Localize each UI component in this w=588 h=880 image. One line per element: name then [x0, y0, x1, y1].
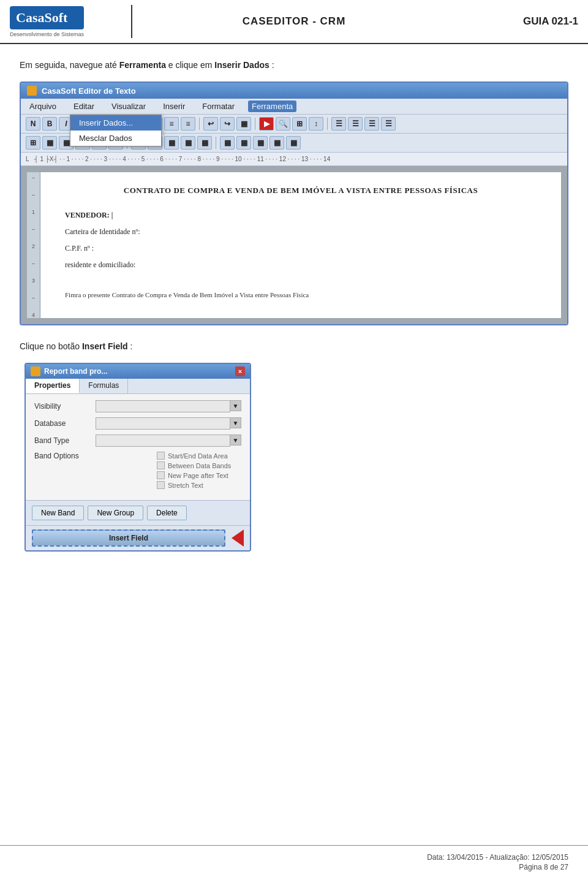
editor-window: CasaSoft Editor de Texto Arquivo Editar …: [20, 82, 568, 325]
intro-after: :: [272, 60, 274, 70]
footer-page: Página 8 de 27: [20, 863, 568, 871]
dropdown-menu: Inserir Dados... Mesclar Dados: [70, 115, 162, 146]
cb-between-box[interactable]: [157, 461, 165, 469]
intro-text: Em seguida, navegue até Ferramenta e cli…: [20, 59, 568, 72]
tb2-g4[interactable]: ▦: [181, 136, 195, 150]
tb2-sep2: [216, 137, 216, 149]
label-database: Database: [34, 419, 96, 428]
dropdown-container: Inserir Dados... Mesclar Dados: [70, 115, 162, 146]
editor-titlebar: CasaSoft Editor de Texto: [21, 83, 567, 99]
tb-sep2: [199, 118, 200, 130]
doc-footer: Fimra o presente Contrato de Compra e Ve…: [65, 290, 537, 301]
dialog-insert-row: Insert Field: [26, 525, 250, 550]
new-group-button[interactable]: New Group: [88, 506, 143, 520]
doc-title: CONTRATO DE COMPRA E VENDA DE BEM IMÓVEL…: [65, 184, 537, 197]
editor-body: – – 1 – 2 – 3 – 4 CONTRATO DE COMPRA E V…: [21, 166, 567, 324]
dropdown-mesclar-dados[interactable]: Mesclar Dados: [70, 131, 161, 146]
input-row-database: ▼: [96, 417, 241, 430]
tb-list4[interactable]: ☰: [381, 117, 396, 131]
tb-normal[interactable]: N: [26, 117, 40, 131]
tb2-m4[interactable]: ▦: [270, 136, 284, 150]
page-header: CasaSoft Desenvolvimento de Sistemas CAS…: [0, 0, 588, 44]
dialog-icon: [31, 366, 40, 376]
dialog-title: Report band pro...: [44, 367, 107, 376]
tb-zoom[interactable]: 🔍: [276, 117, 290, 131]
cb-start-end-box[interactable]: [157, 452, 165, 460]
dialog-tab-properties[interactable]: Properties: [26, 379, 80, 393]
menu-ferramenta[interactable]: Ferramenta: [248, 101, 296, 112]
menu-editar[interactable]: Editar: [70, 101, 98, 112]
input-btn-database[interactable]: ▼: [230, 417, 241, 428]
tb2-m1[interactable]: ▦: [220, 136, 235, 150]
cb-newpage-label: New Page after Text: [168, 472, 228, 479]
input-btn-bandtype[interactable]: ▼: [230, 434, 241, 446]
header-title: CASEDITOR - CRM: [132, 15, 456, 28]
tb-red-btn[interactable]: ▶: [259, 117, 274, 131]
dialog-tab-formulas[interactable]: Formulas: [80, 379, 128, 393]
tb-extra[interactable]: ▦: [236, 117, 251, 131]
label-visibility: Visibility: [34, 402, 96, 411]
intro-middle: e clique em: [168, 60, 214, 70]
tb-list2[interactable]: ☰: [348, 117, 363, 131]
cb-stretch: Stretch Text: [157, 481, 231, 489]
tb2-g5[interactable]: ▦: [197, 136, 212, 150]
dialog-titlebar: Report band pro... ×: [26, 364, 250, 379]
insert-field-button[interactable]: Insert Field: [32, 529, 225, 547]
tb-bold[interactable]: B: [42, 117, 57, 131]
doc-residente: residente e domiciliado:: [65, 259, 537, 271]
tb-list1[interactable]: ☰: [331, 117, 346, 131]
tb2-grid[interactable]: ⊞: [26, 136, 40, 150]
editor-menubar: Arquivo Editar Visualizar Inserir Format…: [21, 99, 567, 115]
dialog-window: Report band pro... × Properties Formulas…: [24, 363, 251, 552]
delete-button[interactable]: Delete: [147, 506, 187, 520]
doc-carteira: Carteira de Identidade nº:: [65, 226, 537, 238]
input-bandtype[interactable]: [96, 434, 230, 447]
toolbar-wrapper: Arquivo Editar Visualizar Inserir Format…: [21, 99, 567, 115]
band-options-checkboxes: Start/End Data Area Between Data Bands N…: [157, 452, 231, 489]
menu-formatar[interactable]: Formatar: [198, 101, 238, 112]
doc-vendedor: VENDEDOR: |: [65, 210, 537, 221]
input-database[interactable]: [96, 417, 230, 430]
intro-before: Em seguida, navegue até: [20, 60, 119, 70]
dialog-body: Visibility ▼ Database ▼ Band Type: [26, 394, 250, 500]
editor-sidebar: – – 1 – 2 – 3 – 4: [27, 172, 40, 318]
tb-more2[interactable]: ↕: [309, 117, 323, 131]
dialog-tabs: Properties Formulas: [26, 379, 250, 394]
menu-inserir[interactable]: Inserir: [159, 101, 189, 112]
tb2-t1[interactable]: ▦: [42, 136, 57, 150]
section2-text: Clique no botão Insert Field :: [20, 340, 568, 353]
tb-redo[interactable]: ↪: [220, 117, 235, 131]
label-bandtype: Band Type: [34, 436, 96, 445]
section2-bold: Insert Field: [82, 341, 128, 351]
dialog-row-bandtype: Band Type ▼: [34, 434, 241, 447]
dialog-titlebar-left: Report band pro...: [31, 366, 107, 376]
header-guide: GUIA 021-1: [456, 15, 578, 28]
dialog-close-button[interactable]: ×: [235, 366, 245, 376]
tb2-m5[interactable]: ▦: [286, 136, 301, 150]
dialog-footer: New Band New Group Delete: [26, 500, 250, 525]
dropdown-inserir-dados[interactable]: Inserir Dados...: [70, 115, 161, 131]
tb-sep3: [255, 118, 255, 130]
tb-list3[interactable]: ☰: [364, 117, 379, 131]
doc-vendedor-label: VENDEDOR: |: [65, 211, 113, 219]
logo-subtitle: Desenvolvimento de Sistemas: [10, 31, 84, 37]
editor-page: CONTRATO DE COMPRA E VENDA DE BEM IMÓVEL…: [40, 172, 561, 318]
input-visibility[interactable]: [96, 400, 230, 412]
tb-undo[interactable]: ↩: [203, 117, 218, 131]
new-band-button[interactable]: New Band: [32, 506, 84, 520]
tb-align-extra[interactable]: ≡: [164, 117, 179, 131]
tb2-m2[interactable]: ▦: [236, 136, 251, 150]
cb-start-end: Start/End Data Area: [157, 452, 231, 460]
tb2-m3[interactable]: ▦: [253, 136, 268, 150]
tb-align-extra2[interactable]: ≡: [181, 117, 195, 131]
cb-newpage: New Page after Text: [157, 471, 231, 479]
cb-stretch-box[interactable]: [157, 481, 165, 489]
cb-newpage-box[interactable]: [157, 471, 165, 479]
menu-arquivo[interactable]: Arquivo: [26, 101, 60, 112]
menu-visualizar[interactable]: Visualizar: [108, 101, 149, 112]
tb2-g3[interactable]: ▦: [164, 136, 179, 150]
footer-date: Data: 13/04/2015 - Atualização: 12/05/20…: [20, 853, 568, 862]
input-btn-visibility[interactable]: ▼: [230, 400, 241, 411]
tb-sep4: [327, 118, 328, 130]
tb-more1[interactable]: ⊞: [292, 117, 307, 131]
